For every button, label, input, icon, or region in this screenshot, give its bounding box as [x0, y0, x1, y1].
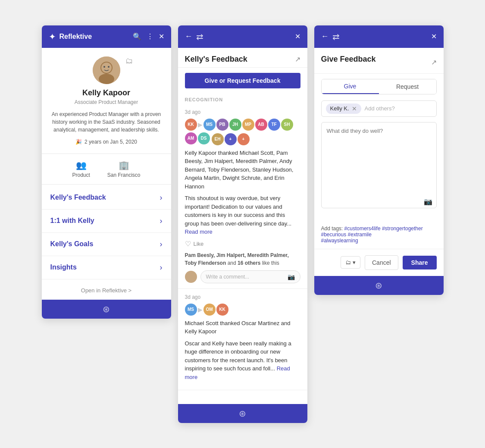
share-button[interactable]: Share — [403, 256, 437, 269]
tag-customers4life[interactable]: #customers4life — [344, 226, 381, 232]
nav-insights-label: Insights — [50, 263, 77, 271]
nav-1on1-label: 1:1 with Kelly — [50, 217, 94, 225]
panel3-header-left: ← ⇄ — [321, 31, 340, 42]
dept-location[interactable]: 🏢 San Francisco — [107, 160, 141, 178]
recipient-row: Kelly K. ✕ Add others? — [321, 100, 437, 117]
avatars-row-2: MS ▶ OM KK — [185, 304, 300, 316]
panel3-header: ← ⇄ ✕ — [314, 25, 444, 48]
logo-text: Reflektive — [59, 33, 92, 41]
camera-icon: 📷 — [288, 273, 295, 280]
dept-product-label: Product — [72, 172, 90, 178]
dept-product[interactable]: 👥 Product — [72, 160, 90, 178]
give-tab[interactable]: Give — [322, 79, 379, 94]
department-row: 👥 Product 🏢 San Francisco — [42, 154, 171, 185]
feed-text-2: Michael Scott thanked Oscar Martinez and… — [185, 319, 300, 336]
avatar-eh: EH — [212, 133, 224, 145]
close-icon[interactable]: ✕ — [159, 32, 164, 41]
chevron-right-icon: › — [160, 240, 163, 249]
header-actions: 🔍 ⋮ ✕ — [133, 32, 164, 41]
svg-point-4 — [103, 66, 105, 68]
external-link-icon[interactable]: ↗ — [295, 55, 300, 63]
org-chart-icon[interactable]: 🗂 — [125, 56, 133, 66]
feedback-textarea-container: 📷 — [321, 122, 437, 210]
feed-item-2: 3d ago MS ▶ OM KK Michael Scott thanked … — [178, 289, 307, 391]
open-in-reflektive-link[interactable]: Open in Reflektive > — [42, 281, 171, 300]
search-icon[interactable]: 🔍 — [133, 32, 141, 41]
comment-placeholder: Write a comment... — [206, 274, 249, 280]
read-more-1[interactable]: Read more — [185, 229, 213, 235]
tag-extramile[interactable]: #extramile — [348, 232, 372, 238]
anniversary-emoji: 🎉 — [75, 139, 82, 145]
avatar-kelly: KK — [185, 119, 197, 131]
feed-text-1: Kelly Kapoor thanked Michael Scott, Pam … — [185, 149, 300, 191]
textarea-camera-icon[interactable]: 📷 — [424, 197, 432, 206]
request-tab[interactable]: Request — [379, 79, 436, 94]
nav-kellys-feedback-label: Kelly's Feedback — [50, 194, 106, 201]
profile-title: Associate Product Manager — [49, 99, 164, 105]
nav-kellys-feedback[interactable]: Kelly's Feedback › — [42, 186, 171, 210]
tags-section: Add tags: #customers4life #strongertoget… — [314, 220, 444, 249]
tag-strongertogether[interactable]: #strongertogether — [382, 226, 423, 232]
nav-insights[interactable]: Insights › — [42, 256, 171, 279]
external-link-icon-3[interactable]: ↗ — [431, 58, 437, 66]
dept-location-label: San Francisco — [107, 172, 141, 178]
logo-icon: ✦ — [49, 31, 56, 42]
like-icon-1[interactable]: ♡ — [185, 240, 191, 248]
comment-input-1[interactable]: Write a comment... 📷 — [200, 270, 300, 283]
recipient-chip: Kelly K. ✕ — [326, 103, 361, 114]
close-icon-3[interactable]: ✕ — [431, 32, 437, 41]
avatar-tf: TF — [268, 119, 280, 131]
panel3-footer: ⊛ — [314, 276, 444, 295]
double-chevron-icon[interactable]: ⇄ — [196, 31, 203, 42]
profile-section: 🗂 Kelly Kapoor Associate Product Manager… — [42, 48, 171, 154]
menu-icon[interactable]: ⋮ — [147, 32, 153, 41]
svg-point-2 — [99, 74, 114, 84]
give-feedback-form: Give Request Kelly K. ✕ Add others? 📷 — [314, 74, 444, 220]
tag-becurious[interactable]: #becurious — [321, 232, 347, 238]
tag-alwayslearning[interactable]: #alwayslearning — [321, 238, 358, 244]
give-or-request-button[interactable]: Give or Request Feedback — [185, 73, 300, 88]
panel3-body: Give Feedback ↗ Give Request Kelly K. ✕ … — [314, 48, 444, 276]
like-label-1[interactable]: Like — [194, 241, 204, 247]
feed-body-1: This shoutout is way overdue, but very i… — [185, 194, 300, 236]
nav-kellys-goals[interactable]: Kelly's Goals › — [42, 233, 171, 256]
read-more-2[interactable]: Read more — [185, 365, 290, 380]
close-icon[interactable]: ✕ — [295, 32, 300, 41]
arrow-icon: ▶ — [198, 121, 203, 128]
panel1-header: ✦ Reflektive 🔍 ⋮ ✕ — [42, 25, 171, 48]
avatar-pb: PB — [216, 119, 228, 131]
building-icon: 🏢 — [119, 160, 129, 170]
avatars-row-1: KK ▶ MS PB JH MP AB TF SH AM DS EH + + — [185, 119, 300, 145]
panel2-title: Kelly's Feedback — [185, 55, 247, 64]
likers-text-1: Pam Beesly, Jim Halpert, Meredith Palmer… — [185, 251, 300, 267]
add-others-placeholder[interactable]: Add others? — [365, 105, 395, 112]
back-icon-3[interactable]: ← — [321, 32, 329, 41]
nav-1on1[interactable]: 1:1 with Kelly › — [42, 210, 171, 233]
back-icon[interactable]: ← — [185, 32, 193, 41]
avatar-jh: JH — [229, 119, 241, 131]
chevron-right-icon: › — [160, 216, 163, 226]
recognition-label: RECOGNITION — [178, 94, 307, 104]
remove-recipient-button[interactable]: ✕ — [352, 105, 357, 112]
anniversary-text: 2 years on Jan 5, 2020 — [84, 139, 137, 145]
footer-logo-icon: ⊛ — [103, 304, 110, 314]
panel1-footer: ⊛ — [42, 300, 171, 319]
give-feedback-title: Give Feedback — [321, 55, 376, 64]
double-chevron-icon-3[interactable]: ⇄ — [332, 31, 340, 42]
panel2-title-area: Kelly's Feedback ↗ — [178, 48, 307, 68]
avatar-extra1: + — [225, 133, 237, 145]
feed-time-2: 3d ago — [185, 294, 300, 300]
tags-label: Add tags: — [321, 226, 343, 232]
avatar-ds: DS — [198, 132, 210, 144]
cancel-button[interactable]: Cancel — [365, 255, 398, 270]
chevron-right-icon: › — [160, 263, 163, 272]
footer-logo-icon-2: ⊛ — [239, 408, 246, 419]
profile-panel: ✦ Reflektive 🔍 ⋮ ✕ — [42, 25, 171, 319]
feedback-textarea[interactable] — [321, 122, 437, 208]
feed-item-1: 3d ago KK ▶ MS PB JH MP AB TF SH AM DS E… — [178, 104, 307, 289]
profile-name: Kelly Kapoor — [49, 88, 164, 97]
svg-point-3 — [101, 63, 112, 73]
nav-kellys-goals-label: Kelly's Goals — [50, 240, 94, 248]
footer-logo-icon-3: ⊛ — [375, 280, 382, 291]
format-button[interactable]: 🗂 ▾ — [341, 256, 360, 269]
